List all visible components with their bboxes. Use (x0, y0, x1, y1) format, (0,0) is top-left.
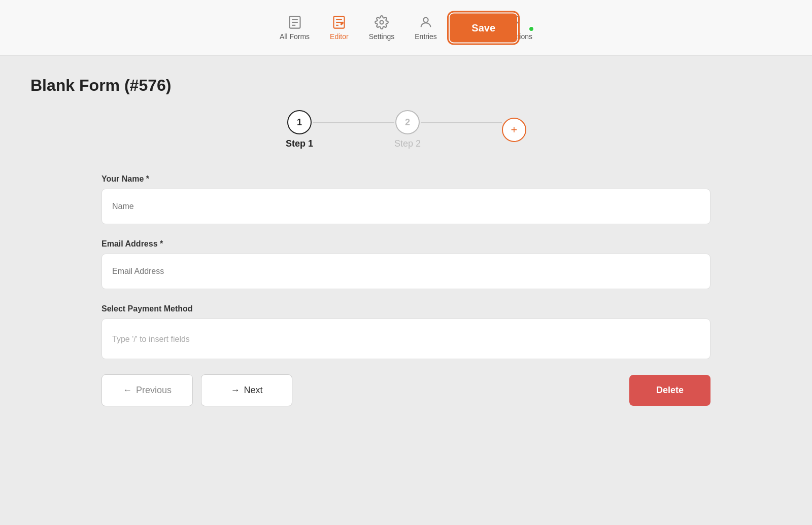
field-label-email: Email Address * (101, 239, 710, 249)
nav-settings[interactable]: Settings (369, 15, 395, 41)
field-group-name: Your Name * (101, 174, 710, 224)
step-2-label: Step 2 (394, 138, 421, 149)
step-1-number: 1 (297, 117, 302, 128)
editor-label: Editor (330, 32, 349, 41)
next-button[interactable]: → Next (201, 374, 292, 406)
previous-button[interactable]: ← Previous (101, 374, 193, 406)
all-forms-label: All Forms (280, 32, 310, 41)
email-input[interactable] (101, 254, 710, 289)
save-indicator (528, 26, 534, 32)
add-step-icon: + (511, 123, 518, 136)
entries-icon (419, 15, 433, 29)
settings-label: Settings (369, 32, 395, 41)
field-group-email: Email Address * (101, 239, 710, 289)
nav-entries[interactable]: Entries (415, 15, 437, 41)
nav-buttons: ← Previous → Next (101, 374, 292, 406)
next-label: Next (244, 385, 262, 396)
svg-point-7 (380, 20, 383, 24)
step-1-wrapper[interactable]: 1 Step 1 (286, 110, 313, 149)
save-button[interactable]: Save (450, 13, 517, 42)
entries-label: Entries (415, 32, 437, 41)
all-forms-icon (288, 15, 302, 29)
form-title: Blank Form (#576) (30, 76, 782, 95)
step-2-wrapper[interactable]: 2 Step 2 (394, 110, 421, 149)
nav-editor[interactable]: Editor (330, 15, 349, 41)
editor-icon (332, 15, 346, 29)
step-1-label: Step 1 (286, 138, 313, 149)
step-line-1 (313, 122, 394, 123)
field-label-name: Your Name * (101, 174, 710, 184)
step-line-2 (421, 122, 502, 123)
steps-container: 1 Step 1 2 Step 2 + (30, 110, 782, 149)
step-1-circle[interactable]: 1 (287, 110, 312, 134)
add-step-wrapper[interactable]: + (502, 118, 526, 142)
add-step-circle[interactable]: + (502, 118, 526, 142)
delete-button[interactable]: Delete (629, 375, 710, 406)
svg-point-8 (423, 17, 428, 22)
form-section: Your Name * Email Address * Select Payme… (101, 174, 710, 406)
next-arrow-icon: → (230, 385, 240, 396)
field-label-payment: Select Payment Method (101, 304, 710, 313)
payment-field[interactable]: Type '/' to insert fields (101, 319, 710, 359)
nav-all-forms[interactable]: All Forms (280, 15, 310, 41)
main-content: Blank Form (#576) 1 Step 1 2 Step 2 + Yo… (0, 56, 812, 525)
name-input[interactable] (101, 189, 710, 224)
top-navigation: All Forms Editor Settings (0, 0, 812, 56)
bottom-bar: ← Previous → Next Delete (101, 374, 710, 406)
previous-label: Previous (136, 385, 172, 396)
payment-placeholder: Type '/' to insert fields (112, 335, 190, 343)
settings-icon (375, 15, 389, 29)
step-2-number: 2 (405, 117, 410, 128)
step-2-circle[interactable]: 2 (395, 110, 420, 134)
previous-arrow-icon: ← (123, 385, 132, 396)
field-group-payment: Select Payment Method Type '/' to insert… (101, 304, 710, 359)
